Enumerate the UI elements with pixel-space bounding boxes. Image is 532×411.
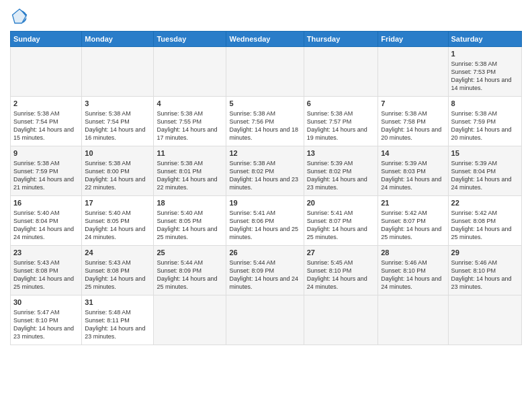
calendar-cell: 15Sunrise: 5:39 AMSunset: 8:04 PMDayligh… bbox=[448, 146, 521, 196]
sunset-text: Sunset: 7:59 PM bbox=[13, 168, 58, 175]
calendar-cell: 19Sunrise: 5:41 AMSunset: 8:06 PMDayligh… bbox=[226, 196, 304, 246]
day-number: 8 bbox=[451, 99, 519, 109]
sunrise-text: Sunrise: 5:44 AM bbox=[229, 259, 275, 266]
calendar-cell bbox=[378, 47, 448, 97]
day-number: 23 bbox=[13, 248, 79, 258]
day-number: 29 bbox=[451, 248, 519, 258]
calendar-row-1: 1Sunrise: 5:38 AMSunset: 7:53 PMDaylight… bbox=[11, 47, 522, 97]
calendar-cell bbox=[378, 295, 448, 345]
day-number: 20 bbox=[307, 198, 375, 208]
day-number: 17 bbox=[85, 198, 150, 208]
daylight-text: Daylight: 14 hours and 25 minutes. bbox=[307, 226, 367, 240]
sunrise-text: Sunrise: 5:38 AM bbox=[13, 110, 60, 117]
sunrise-text: Sunrise: 5:43 AM bbox=[13, 259, 60, 266]
day-number: 21 bbox=[381, 198, 445, 208]
sunrise-text: Sunrise: 5:38 AM bbox=[229, 110, 275, 117]
daylight-text: Daylight: 14 hours and 19 minutes. bbox=[307, 126, 367, 141]
day-number: 5 bbox=[229, 99, 300, 109]
calendar-table: SundayMondayTuesdayWednesdayThursdayFrid… bbox=[10, 31, 522, 345]
daylight-text: Daylight: 14 hours and 25 minutes. bbox=[229, 226, 298, 240]
day-number: 22 bbox=[451, 198, 519, 208]
day-number: 12 bbox=[229, 148, 300, 158]
sunrise-text: Sunrise: 5:46 AM bbox=[451, 259, 498, 266]
sunrise-text: Sunrise: 5:39 AM bbox=[307, 160, 353, 167]
sunset-text: Sunset: 8:09 PM bbox=[157, 267, 202, 274]
daylight-text: Daylight: 14 hours and 21 minutes. bbox=[13, 176, 74, 191]
sunrise-text: Sunrise: 5:40 AM bbox=[13, 210, 60, 216]
calendar-cell bbox=[304, 295, 378, 345]
daylight-text: Daylight: 14 hours and 24 minutes. bbox=[229, 275, 298, 290]
sunrise-text: Sunrise: 5:38 AM bbox=[85, 160, 131, 167]
calendar-cell: 30Sunrise: 5:47 AMSunset: 8:10 PMDayligh… bbox=[11, 295, 82, 345]
sunrise-text: Sunrise: 5:41 AM bbox=[229, 210, 275, 216]
day-number: 1 bbox=[451, 49, 519, 59]
page: SundayMondayTuesdayWednesdayThursdayFrid… bbox=[0, 0, 532, 411]
daylight-text: Daylight: 14 hours and 25 minutes. bbox=[13, 275, 74, 290]
day-number: 26 bbox=[229, 248, 300, 258]
calendar-cell: 13Sunrise: 5:39 AMSunset: 8:02 PMDayligh… bbox=[304, 146, 378, 196]
day-number: 9 bbox=[13, 148, 79, 158]
sunrise-text: Sunrise: 5:46 AM bbox=[381, 259, 427, 266]
sunrise-text: Sunrise: 5:39 AM bbox=[451, 160, 498, 167]
sunset-text: Sunset: 8:04 PM bbox=[13, 218, 58, 224]
calendar-row-4: 16Sunrise: 5:40 AMSunset: 8:04 PMDayligh… bbox=[11, 196, 522, 246]
daylight-text: Daylight: 14 hours and 18 minutes. bbox=[229, 126, 298, 141]
sunset-text: Sunset: 7:54 PM bbox=[85, 118, 130, 125]
calendar-cell bbox=[11, 47, 82, 97]
calendar-cell: 20Sunrise: 5:41 AMSunset: 8:07 PMDayligh… bbox=[304, 196, 378, 246]
calendar-cell: 31Sunrise: 5:48 AMSunset: 8:11 PMDayligh… bbox=[82, 295, 154, 345]
daylight-text: Daylight: 14 hours and 24 minutes. bbox=[85, 226, 145, 240]
sunset-text: Sunset: 7:54 PM bbox=[13, 118, 58, 125]
day-number: 30 bbox=[13, 298, 79, 308]
daylight-text: Daylight: 14 hours and 23 minutes. bbox=[13, 325, 74, 340]
calendar-cell bbox=[304, 47, 378, 97]
daylight-text: Daylight: 14 hours and 24 minutes. bbox=[381, 275, 441, 290]
day-number: 27 bbox=[307, 248, 375, 258]
sunset-text: Sunset: 8:11 PM bbox=[85, 317, 130, 324]
sunset-text: Sunset: 7:53 PM bbox=[451, 68, 496, 75]
calendar-cell: 22Sunrise: 5:42 AMSunset: 8:08 PMDayligh… bbox=[448, 196, 521, 246]
sunset-text: Sunset: 8:05 PM bbox=[85, 218, 130, 224]
day-number: 4 bbox=[157, 99, 223, 109]
calendar-cell: 2Sunrise: 5:38 AMSunset: 7:54 PMDaylight… bbox=[11, 97, 82, 146]
header-day-monday: Monday bbox=[82, 32, 154, 47]
sunrise-text: Sunrise: 5:40 AM bbox=[85, 210, 131, 216]
sunset-text: Sunset: 8:02 PM bbox=[307, 168, 352, 175]
sunset-text: Sunset: 8:07 PM bbox=[307, 218, 352, 224]
daylight-text: Daylight: 14 hours and 20 minutes. bbox=[451, 126, 512, 141]
daylight-text: Daylight: 14 hours and 20 minutes. bbox=[381, 126, 441, 141]
day-number: 11 bbox=[157, 148, 223, 158]
sunset-text: Sunset: 8:03 PM bbox=[381, 168, 426, 175]
daylight-text: Daylight: 14 hours and 23 minutes. bbox=[451, 275, 512, 290]
calendar-cell: 3Sunrise: 5:38 AMSunset: 7:54 PMDaylight… bbox=[82, 97, 154, 146]
daylight-text: Daylight: 14 hours and 17 minutes. bbox=[157, 126, 217, 141]
calendar-cell: 7Sunrise: 5:38 AMSunset: 7:58 PMDaylight… bbox=[378, 97, 448, 146]
header-day-friday: Friday bbox=[378, 32, 448, 47]
sunrise-text: Sunrise: 5:38 AM bbox=[157, 110, 203, 117]
calendar-cell: 16Sunrise: 5:40 AMSunset: 8:04 PMDayligh… bbox=[11, 196, 82, 246]
calendar-cell: 9Sunrise: 5:38 AMSunset: 7:59 PMDaylight… bbox=[11, 146, 82, 196]
calendar-cell bbox=[154, 295, 226, 345]
daylight-text: Daylight: 14 hours and 25 minutes. bbox=[451, 226, 512, 240]
calendar-row-5: 23Sunrise: 5:43 AMSunset: 8:08 PMDayligh… bbox=[11, 246, 522, 295]
calendar-cell: 6Sunrise: 5:38 AMSunset: 7:57 PMDaylight… bbox=[304, 97, 378, 146]
daylight-text: Daylight: 14 hours and 22 minutes. bbox=[157, 176, 217, 191]
sunset-text: Sunset: 8:10 PM bbox=[381, 267, 426, 274]
day-number: 28 bbox=[381, 248, 445, 258]
header-day-tuesday: Tuesday bbox=[154, 32, 226, 47]
sunrise-text: Sunrise: 5:47 AM bbox=[13, 309, 60, 316]
calendar-cell: 18Sunrise: 5:40 AMSunset: 8:05 PMDayligh… bbox=[154, 196, 226, 246]
daylight-text: Daylight: 14 hours and 24 minutes. bbox=[13, 226, 74, 240]
day-number: 6 bbox=[307, 99, 375, 109]
sunset-text: Sunset: 8:05 PM bbox=[157, 218, 202, 224]
header-row: SundayMondayTuesdayWednesdayThursdayFrid… bbox=[11, 32, 522, 47]
sunset-text: Sunset: 7:58 PM bbox=[381, 118, 426, 125]
sunrise-text: Sunrise: 5:41 AM bbox=[307, 210, 353, 216]
sunrise-text: Sunrise: 5:38 AM bbox=[451, 60, 498, 67]
sunset-text: Sunset: 8:08 PM bbox=[85, 267, 130, 274]
daylight-text: Daylight: 14 hours and 15 minutes. bbox=[13, 126, 74, 141]
sunrise-text: Sunrise: 5:40 AM bbox=[157, 210, 203, 216]
sunrise-text: Sunrise: 5:45 AM bbox=[307, 259, 353, 266]
daylight-text: Daylight: 14 hours and 23 minutes. bbox=[85, 325, 145, 340]
sunset-text: Sunset: 8:09 PM bbox=[229, 267, 274, 274]
